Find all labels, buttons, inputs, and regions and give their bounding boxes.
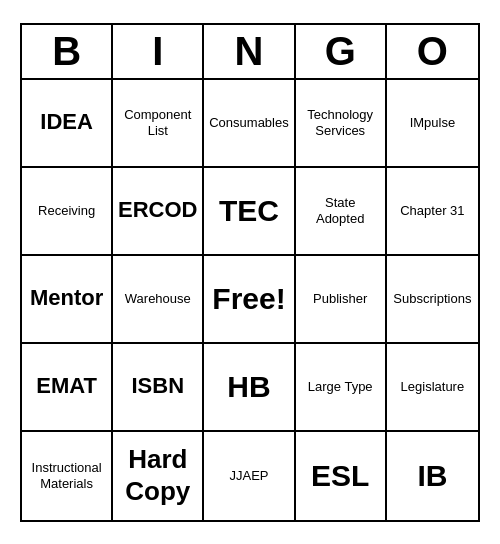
bingo-cell: Instructional Materials xyxy=(22,432,113,520)
bingo-cell: Receiving xyxy=(22,168,113,256)
bingo-cell: ESL xyxy=(296,432,387,520)
header-letter: B xyxy=(22,25,113,78)
bingo-cell: Publisher xyxy=(296,256,387,344)
bingo-cell: IB xyxy=(387,432,478,520)
bingo-cell: ERCOD xyxy=(113,168,204,256)
bingo-cell: State Adopted xyxy=(296,168,387,256)
bingo-cell: TEC xyxy=(204,168,295,256)
bingo-cell: EMAT xyxy=(22,344,113,432)
bingo-cell: Consumables xyxy=(204,80,295,168)
bingo-card: BINGO IDEAComponent ListConsumablesTechn… xyxy=(20,23,480,522)
bingo-cell: Warehouse xyxy=(113,256,204,344)
bingo-cell: Subscriptions xyxy=(387,256,478,344)
bingo-cell: Large Type xyxy=(296,344,387,432)
bingo-cell: IDEA xyxy=(22,80,113,168)
bingo-cell: Component List xyxy=(113,80,204,168)
bingo-cell: IMpulse xyxy=(387,80,478,168)
bingo-grid: IDEAComponent ListConsumablesTechnology … xyxy=(22,80,478,520)
bingo-cell: Chapter 31 xyxy=(387,168,478,256)
bingo-cell: ISBN xyxy=(113,344,204,432)
bingo-cell: HB xyxy=(204,344,295,432)
bingo-cell: Legislature xyxy=(387,344,478,432)
bingo-cell: Technology Services xyxy=(296,80,387,168)
header-letter: O xyxy=(387,25,478,78)
bingo-cell: Mentor xyxy=(22,256,113,344)
bingo-cell: Hard Copy xyxy=(113,432,204,520)
header-letter: N xyxy=(204,25,295,78)
bingo-cell: Free! xyxy=(204,256,295,344)
bingo-header: BINGO xyxy=(22,25,478,80)
bingo-cell: JJAEP xyxy=(204,432,295,520)
header-letter: I xyxy=(113,25,204,78)
header-letter: G xyxy=(296,25,387,78)
